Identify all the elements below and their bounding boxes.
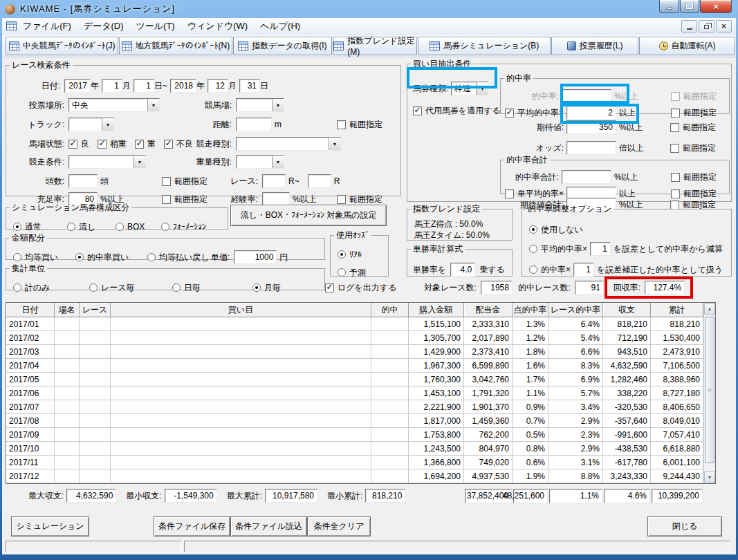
head-count-input[interactable] [68,174,98,188]
table-row[interactable]: 2017/05 1,760,300 3,042,760 1.7% 6.9% 1,… [6,373,703,386]
vertical-scrollbar[interactable]: ▲ ≡ ▼ [703,303,715,483]
table-row[interactable]: 2017/08 1,817,000 1,459,360 0.7% 2.9% -3… [6,414,703,428]
course-select[interactable]: ▼ [236,98,284,112]
chevron-down-icon[interactable]: ▼ [147,99,159,111]
maximize-button[interactable] [680,0,699,13]
vote-place-select[interactable]: 中央▼ [68,98,160,112]
table-row[interactable]: 2017/02 1,305,700 2,017,890 1.2% 5.4% 71… [6,331,703,345]
hit-race-count-field[interactable]: 91 [575,281,604,295]
close-window-button[interactable]: 閉じる [647,516,722,536]
table-row[interactable]: 2017/07 2,221,900 1,901,370 0.9% 3.4% -3… [6,400,703,414]
distance-range-checkbox[interactable]: 範囲指定 [337,117,382,132]
chevron-down-icon[interactable]: ▼ [476,82,488,95]
error-correct-input[interactable]: 1 [573,263,594,277]
unit-price-input[interactable]: 1000 [234,250,277,264]
race-condition-select[interactable]: ▼ [68,155,146,169]
distance-input[interactable] [236,118,272,131]
odds-input[interactable] [566,141,616,155]
avg-hit-range-checkbox[interactable]: 範囲指定 [671,105,717,120]
save-condition-file-button[interactable]: 条件ファイル保存 [154,516,230,536]
table-row[interactable]: 2017/09 1,753,800 762,200 0.5% 2.3% -991… [6,428,703,442]
avg-hit-rate-checkbox[interactable]: 平均的中率× 2 以上 [505,105,636,120]
mdi-restore-button[interactable] [699,20,714,32]
scroll-up-button[interactable]: ▲ [704,303,715,315]
table-row[interactable]: 2017/06 1,453,100 1,791,320 1.1% 5.7% 33… [6,386,703,400]
simulation-button[interactable]: シミュレーション [11,516,89,536]
radio-real-odds[interactable]: ﾘｱﾙ [338,247,362,262]
clear-all-conditions-button[interactable]: 条件全クリア [307,516,371,536]
start-month-input[interactable]: 1 [102,79,122,93]
toolbar-simulation-button[interactable]: 馬券シミュレーション(B) [418,37,551,55]
toolbar-auto-run-button[interactable]: 自動運転(A) [639,37,735,55]
expected-value-input[interactable]: 350 [566,120,616,134]
start-year-input[interactable]: 2017 [64,79,91,93]
target-horse-settings-button[interactable]: 流し・BOX・ﾌｫｰﾒｰｼｮﾝ 対象馬の設定 [230,205,387,226]
radio-per-race[interactable]: レース毎 [89,280,135,295]
avg-subtract-input[interactable]: 1 [590,242,611,256]
hit-total-range-checkbox[interactable]: 範囲指定 [671,169,717,185]
target-race-count-field[interactable]: 1958 [481,281,513,295]
scrollbar-thumb[interactable]: ≡ [705,317,714,463]
table-row[interactable]: 2017/03 1,429,900 2,373,410 1.8% 6.6% 94… [6,345,703,359]
menu-data[interactable]: データ(D) [77,19,130,33]
race-to-input[interactable] [308,174,331,188]
chevron-down-icon[interactable]: ▼ [133,156,145,168]
close-button[interactable]: × [700,0,732,13]
radio-per-day[interactable]: 日毎 [172,280,201,295]
power-input[interactable]: 4.0 [450,263,475,277]
race-type-select[interactable]: ▼ [236,137,341,151]
end-month-input[interactable]: 12 [207,79,228,93]
toolbar-import-central-button[interactable]: 中央競馬ﾃﾞｰﾀのｲﾝﾎﾟｰﾄ(J) [6,37,118,55]
toolbar-index-blend-button[interactable]: 指数ブレンド設定(M) [333,37,417,55]
end-year-input[interactable]: 2018 [170,79,196,93]
mdi-minimize-button[interactable] [681,20,697,32]
toolbar-vote-history-button[interactable]: 投票履歴(L) [551,37,638,55]
toolbar-index-data-button[interactable]: 指数データの取得(I) [233,37,333,55]
going-soft-checkbox[interactable]: 重 [135,138,156,150]
going-good-checkbox[interactable]: 良 [68,138,89,150]
head-count-range-checkbox[interactable]: 範囲指定 [162,174,207,189]
log-output-checkbox[interactable]: ログを出力する [325,280,396,295]
hit-rate-range-checkbox[interactable]: 範囲指定 [671,88,717,104]
minimize-button[interactable] [659,0,679,13]
odds-range-checkbox[interactable]: 範囲指定 [670,140,716,156]
menu-window[interactable]: ウィンドウ(W) [181,19,254,33]
chevron-down-icon[interactable]: ▼ [272,156,284,168]
going-yielding-checkbox[interactable]: 稍重 [98,138,127,150]
experience-rate-input[interactable] [262,192,290,206]
mdi-close-button[interactable]: × [716,20,732,32]
menu-file[interactable]: ファイル(F) [17,19,77,33]
table-row[interactable]: 2017/04 1,967,300 6,599,890 1.6% 8.3% 4,… [6,359,703,373]
table-row[interactable]: 2017/12 1,694,200 4,937,530 1.9% 8.8% 3,… [6,469,703,483]
hit-total-input[interactable] [562,170,611,184]
ticket-type-select[interactable]: 枠連▼ [451,82,488,95]
load-condition-file-button[interactable]: 条件ファイル読込 [230,516,307,536]
track-select[interactable]: ▼ [68,118,114,131]
radio-per-month[interactable]: 月毎 [252,280,281,295]
substitute-ticket-checkbox[interactable]: 代用馬券を適用する [413,103,501,118]
chevron-down-icon[interactable]: ▼ [102,118,113,131]
start-day-input[interactable]: 1 [133,79,154,93]
radio-error-correct[interactable]: 的中率× 1 を誤差補正した的中率として扱う [529,262,723,277]
chevron-down-icon[interactable]: ▼ [272,99,284,111]
avg-hit-rate-input[interactable]: 2 [566,106,616,120]
panel-legend: シミュレーション馬券構成区分 [10,202,131,214]
weight-type-select[interactable]: ▼ [236,155,284,169]
radio-avg-subtract[interactable]: 平均的中率× 1 を誤差として的中率から減算 [529,241,723,256]
expected-value-range-checkbox[interactable]: 範囲指定 [670,120,716,135]
table-row[interactable]: 2017/10 1,243,500 804,970 0.8% 2.9% -438… [6,442,703,456]
radio-no-adjust[interactable]: 使用しない [529,222,583,237]
table-row[interactable]: 2017/11 1,366,800 749,020 0.6% 3.1% -617… [6,456,703,469]
toolbar-import-local-button[interactable]: 地方競馬ﾃﾞｰﾀのｲﾝﾎﾟｰﾄ(N) [119,37,232,55]
recovery-rate-field[interactable]: 127.4% [645,281,685,295]
menu-tools[interactable]: ツール(T) [129,19,181,33]
radio-total-only[interactable]: 計のみ [13,280,50,295]
radio-predicted-odds[interactable]: 予測 [338,265,366,280]
hit-rate-input[interactable] [562,89,611,103]
scroll-down-button[interactable]: ▼ [704,472,715,483]
menu-help[interactable]: ヘルプ(H) [254,19,306,33]
end-day-input[interactable]: 31 [239,79,260,93]
table-row[interactable]: 2017/01 1,515,100 2,333,310 1.3% 6.4% 81… [6,317,703,331]
chevron-down-icon[interactable]: ▼ [329,138,340,150]
race-from-input[interactable] [262,174,286,188]
